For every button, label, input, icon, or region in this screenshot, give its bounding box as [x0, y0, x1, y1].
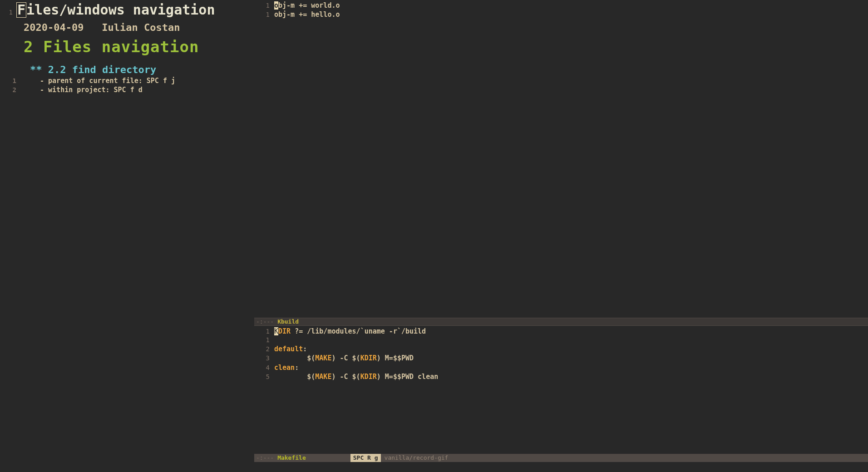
gutter-line-number: 1: [254, 10, 274, 19]
cursor-outline: F: [16, 2, 26, 18]
gutter-line-number: 2: [254, 345, 274, 354]
gutter-line-number: 2: [0, 86, 20, 94]
code-line: 1 KDIR ?= /lib/modules/`uname -r`/build: [254, 327, 868, 336]
section-heading-1: 2 Files navigation: [0, 38, 254, 64]
gutter-line-number: 1: [254, 327, 274, 336]
section-heading-2: ** 2.2 find directory: [0, 64, 254, 76]
code-line: 4 clean:: [254, 363, 868, 372]
cursor-block: K: [274, 327, 278, 335]
modeline-state: -:---: [256, 318, 274, 326]
code-line: 1 obj-m += world.o: [254, 1, 868, 10]
modeline-buffer-name: Kbuild: [274, 318, 299, 326]
code-line: 1: [254, 336, 868, 344]
code-line: 5 $(MAKE) -C $(KDIR) M=$$PWD clean: [254, 372, 868, 381]
modeline-kbuild[interactable]: -:--- Kbuild: [254, 318, 868, 326]
editor-root: 1 Files/windows navigation 2020-04-09 Iu…: [0, 0, 868, 472]
code-text: $(MAKE) -C $(KDIR) M=$$PWD: [274, 354, 414, 363]
gutter-line-number: 1: [254, 336, 274, 344]
list-item-text: - parent of current file: SPC f j: [20, 76, 175, 85]
title-row: 1 Files/windows navigation: [0, 2, 254, 20]
gutter-line-number: 4: [254, 364, 274, 372]
code-line: 2 default:: [254, 344, 868, 354]
list-item-text: - within project: SPC f d: [20, 85, 143, 94]
meta-date: 2020-04-09: [24, 22, 84, 33]
makefile-buffer[interactable]: 1 KDIR ?= /lib/modules/`uname -r`/build …: [254, 326, 868, 462]
code-text: clean:: [274, 363, 299, 372]
modeline-buffer-name: Makefile: [274, 454, 306, 462]
left-pane[interactable]: 1 Files/windows navigation 2020-04-09 Iu…: [0, 0, 254, 462]
modeline-path: vanilla/record-gif: [381, 454, 449, 462]
modeline-makefile[interactable]: -:--- Makefile SPC R g vanilla/record-gi…: [254, 454, 868, 462]
modeline-state: -:---: [256, 454, 274, 462]
gutter-line-number: 1: [0, 8, 16, 17]
code-text: KDIR ?= /lib/modules/`uname -r`/build: [274, 327, 426, 336]
kbuild-buffer[interactable]: 1 obj-m += world.o 1 obj-m += hello.o: [254, 0, 868, 318]
code-text: obj-m += hello.o: [274, 10, 340, 19]
minibuffer[interactable]: SPC f j: [0, 462, 868, 472]
cursor-block: o: [274, 1, 278, 10]
code-line: 3 $(MAKE) -C $(KDIR) M=$$PWD: [254, 354, 868, 363]
list-item: 2 - within project: SPC f d: [0, 85, 254, 94]
workspace: 1 Files/windows navigation 2020-04-09 Iu…: [0, 0, 868, 462]
document-meta: 2020-04-09 Iulian Costan: [0, 20, 254, 38]
meta-author: Iulian Costan: [102, 22, 180, 33]
right-pane: 1 obj-m += world.o 1 obj-m += hello.o -:…: [254, 0, 868, 462]
code-line: 1 obj-m += hello.o: [254, 10, 868, 19]
list-item: 1 - parent of current file: SPC f j: [0, 76, 254, 85]
gutter-line-number: 1: [0, 77, 20, 85]
code-text: obj-m += world.o: [274, 1, 340, 10]
gutter-line-number: 1: [254, 1, 274, 10]
document-title: Files/windows navigation: [16, 2, 215, 20]
key-hint-pill: SPC R g: [350, 454, 381, 462]
code-text: $(MAKE) -C $(KDIR) M=$$PWD clean: [274, 372, 438, 381]
title-rest: iles/windows navigation: [26, 2, 215, 18]
gutter-line-number: 3: [254, 354, 274, 363]
code-text: default:: [274, 344, 307, 354]
gutter-line-number: 5: [254, 373, 274, 381]
